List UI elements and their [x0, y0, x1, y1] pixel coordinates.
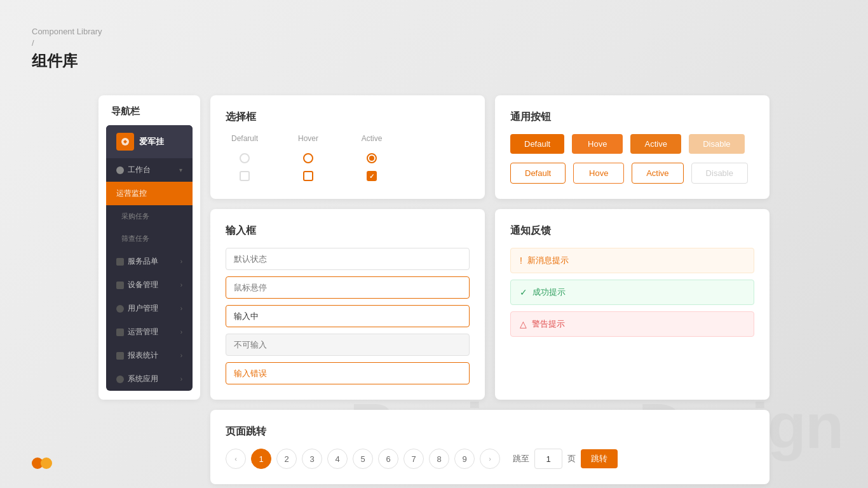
service-label: 服务品单 — [128, 256, 158, 267]
alert-icon: △ — [520, 319, 527, 329]
col-label-active: Active — [353, 134, 391, 143]
chk-hover[interactable] — [289, 171, 327, 181]
pagination-panel-title: 页面跳转 — [226, 425, 754, 438]
radio-outer-hover[interactable] — [303, 153, 313, 163]
chk-check-mark: ✓ — [369, 173, 374, 180]
sidebar-item-service[interactable]: 服务品单 › — [106, 250, 193, 273]
page-2[interactable]: 2 — [276, 449, 297, 469]
notif-warning: ! 新消息提示 — [510, 248, 754, 273]
radio-outer-default[interactable] — [240, 153, 250, 163]
buttons-panel: 通用按钮 Default Hove Active Disable Default… — [495, 95, 770, 199]
sidebar-item-purchase[interactable]: 采购任务 — [106, 205, 193, 227]
checkbox-row: ✓ — [226, 171, 470, 181]
chk-box-hover[interactable] — [303, 171, 313, 181]
btn-solid-default[interactable]: Default — [510, 134, 564, 154]
input-default[interactable] — [226, 248, 470, 270]
notif-success: ✓ 成功提示 — [510, 280, 754, 305]
radio-active[interactable] — [353, 153, 391, 163]
radio-row — [226, 153, 470, 163]
btn-rows: Default Hove Active Disable Default Hove… — [510, 134, 754, 184]
page-6[interactable]: 6 — [378, 449, 398, 469]
input-active[interactable] — [226, 305, 470, 327]
jump-unit: 页 — [567, 453, 576, 464]
page-5[interactable]: 5 — [353, 449, 373, 469]
radio-hover[interactable] — [289, 153, 327, 163]
bottom-logo — [32, 458, 52, 469]
jump-label: 跳至 — [513, 453, 529, 464]
notif-success-text: 成功提示 — [532, 287, 566, 298]
sidebar-item-screening[interactable]: 筛查任务 — [106, 227, 193, 250]
buttons-panel-title: 通用按钮 — [510, 111, 754, 124]
notif-warning-text: 新消息提示 — [527, 255, 569, 266]
sidebar-item-system[interactable]: 系统应用 › — [106, 367, 193, 391]
checkbox-panel-title: 选择框 — [226, 111, 470, 124]
system-label: 系统应用 — [128, 374, 158, 384]
report-icon — [116, 352, 124, 360]
btn-outline-hover[interactable]: Hove — [573, 163, 624, 184]
notification-panel-title: 通知反馈 — [510, 224, 754, 238]
btn-outline-active[interactable]: Active — [632, 163, 683, 184]
sidebar-logo: 爱军挂 — [106, 125, 193, 158]
sidebar-item-device[interactable]: 设备管理 › — [106, 273, 193, 297]
sidebar-logo-text: 爱军挂 — [139, 136, 164, 147]
chk-default[interactable] — [226, 171, 264, 181]
ops-label: 运营管理 — [128, 327, 158, 337]
btn-solid-active[interactable]: Active — [630, 134, 681, 154]
input-hover[interactable] — [226, 276, 470, 299]
main-content: 导航栏 爱军挂 工作台 ▾ 运营监 — [98, 95, 770, 437]
page-7[interactable]: 7 — [403, 449, 424, 469]
notif-alert: △ 警告提示 — [510, 311, 754, 337]
btn-row-outline: Default Hove Active Disable — [510, 163, 754, 184]
radio-inner-active — [369, 156, 374, 161]
jump-input[interactable] — [534, 449, 562, 469]
user-chevron: › — [180, 305, 182, 312]
sidebar-logo-icon — [116, 133, 134, 151]
ops-icon — [116, 329, 124, 336]
page-prev[interactable]: ‹ — [226, 449, 246, 469]
workbench-label: 工作台 — [128, 165, 151, 175]
sidebar-item-report[interactable]: 报表统计 › — [106, 344, 193, 367]
success-icon: ✓ — [520, 287, 527, 297]
notification-panel: 通知反馈 ! 新消息提示 ✓ 成功提示 △ 警告提示 — [495, 209, 770, 400]
chk-box-active[interactable]: ✓ — [367, 171, 377, 181]
input-panel-title: 输入框 — [226, 224, 470, 238]
chk-box-default[interactable] — [240, 171, 250, 181]
input-error[interactable] — [226, 362, 470, 384]
pagination-panel: 页面跳转 ‹ 1 2 3 4 5 6 7 8 9 › 跳至 页 跳转 — [210, 410, 770, 484]
radio-default[interactable] — [226, 153, 264, 163]
page-4[interactable]: 4 — [327, 449, 348, 469]
device-icon — [116, 281, 124, 289]
notif-alert-text: 警告提示 — [532, 318, 565, 330]
operations-label: 运营监控 — [116, 188, 147, 199]
page-next[interactable]: › — [480, 449, 500, 469]
ops-chevron: › — [180, 329, 182, 336]
logo-circle-2 — [41, 458, 52, 469]
sidebar-item-operations[interactable]: 运营监控 — [106, 182, 193, 205]
sidebar-panel: 导航栏 爱军挂 工作台 ▾ 运营监 — [98, 95, 200, 400]
sidebar-inner: 爱军挂 工作台 ▾ 运营监控 采购任务 筛查任务 — [106, 125, 193, 391]
screening-label: 筛查任务 — [121, 234, 149, 243]
input-list — [226, 248, 470, 384]
col-label-default: Defarult — [226, 134, 264, 143]
jump-button[interactable]: 跳转 — [581, 449, 618, 468]
sidebar-panel-title: 导航栏 — [98, 95, 200, 125]
user-label: 用户管理 — [128, 303, 158, 314]
page-3[interactable]: 3 — [302, 449, 322, 469]
page-title: 组件库 — [32, 51, 102, 71]
page-1[interactable]: 1 — [251, 449, 271, 469]
report-label: 报表统计 — [128, 350, 158, 361]
sidebar-item-user[interactable]: 用户管理 › — [106, 297, 193, 320]
btn-outline-default[interactable]: Default — [510, 163, 566, 184]
device-chevron: › — [180, 281, 182, 288]
system-chevron: › — [180, 376, 182, 383]
page-9[interactable]: 9 — [454, 449, 475, 469]
notif-list: ! 新消息提示 ✓ 成功提示 △ 警告提示 — [510, 248, 754, 337]
input-disabled — [226, 334, 470, 356]
chk-active[interactable]: ✓ — [353, 171, 391, 181]
sidebar-item-ops[interactable]: 运营管理 › — [106, 320, 193, 344]
report-chevron: › — [180, 352, 182, 359]
sidebar-workbench[interactable]: 工作台 ▾ — [106, 158, 193, 182]
radio-outer-active[interactable] — [367, 153, 377, 163]
btn-solid-hover[interactable]: Hove — [572, 134, 623, 154]
page-8[interactable]: 8 — [429, 449, 449, 469]
